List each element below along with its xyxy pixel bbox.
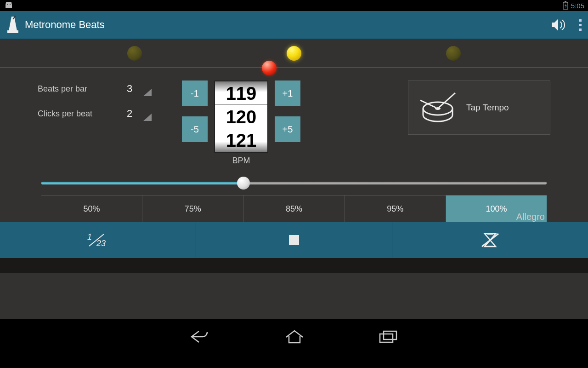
pendulum-handle-icon[interactable] bbox=[262, 61, 277, 75]
svg-rect-5 bbox=[565, 1, 566, 2]
bar-count-button[interactable]: 123 bbox=[0, 222, 196, 258]
bpm-prev: 119 bbox=[226, 82, 257, 104]
tempo-minus-1-button[interactable]: -1 bbox=[182, 80, 208, 106]
tempo-plus-5-button[interactable]: +5 bbox=[275, 116, 300, 142]
status-clock: 5:05 bbox=[571, 2, 584, 10]
settings-column: Beats per bar 3 Clicks per beat 2 bbox=[38, 80, 175, 130]
svg-rect-15 bbox=[487, 234, 493, 235]
beat-led bbox=[287, 46, 301, 61]
stop-icon bbox=[289, 235, 299, 245]
svg-rect-19 bbox=[384, 331, 396, 339]
speed-85-button[interactable]: 85% bbox=[243, 196, 345, 222]
android-nav-bar bbox=[0, 319, 588, 354]
speed-percentage-row: 50% 75% 85% 95% 100% bbox=[41, 195, 547, 222]
slider-thumb[interactable] bbox=[237, 177, 250, 190]
clicks-per-beat-spinner[interactable] bbox=[143, 114, 152, 121]
timer-off-icon bbox=[481, 232, 499, 248]
svg-point-1 bbox=[10, 4, 11, 5]
tempo-italian-name: Allegro bbox=[516, 212, 545, 222]
bpm-current: 120 bbox=[226, 106, 257, 128]
beats-per-bar-label: Beats per bar bbox=[38, 84, 116, 94]
metronome-app-icon bbox=[6, 16, 19, 34]
svg-point-0 bbox=[7, 4, 8, 5]
svg-rect-6 bbox=[7, 30, 18, 33]
tempo-controls: -1 -5 119 120 121 BPM +1 +5 bbox=[182, 80, 300, 166]
beats-per-bar-spinner[interactable] bbox=[143, 89, 152, 96]
timer-disabled-button[interactable] bbox=[392, 222, 588, 258]
tempo-minus-5-button[interactable]: -5 bbox=[182, 116, 208, 142]
slider-fill bbox=[41, 182, 243, 184]
speed-75-button[interactable]: 75% bbox=[142, 196, 243, 222]
beat-led bbox=[446, 46, 461, 61]
stop-button[interactable] bbox=[196, 222, 392, 258]
nav-back-icon[interactable] bbox=[190, 328, 211, 345]
speaker-icon[interactable] bbox=[551, 18, 566, 32]
android-status-bar: 5:05 bbox=[0, 0, 588, 11]
speed-50-button[interactable]: 50% bbox=[41, 196, 142, 222]
overflow-menu-icon[interactable] bbox=[579, 19, 582, 31]
bpm-wheel[interactable]: 119 120 121 bbox=[214, 80, 268, 153]
bpm-next: 121 bbox=[226, 129, 257, 151]
speed-95-button[interactable]: 95% bbox=[345, 196, 446, 222]
svg-line-10 bbox=[439, 93, 455, 108]
tap-tempo-button[interactable]: Tap Tempo bbox=[408, 80, 550, 135]
app-bar: Metronome Beats bbox=[0, 11, 588, 40]
bar-count-icon: 123 bbox=[85, 232, 110, 248]
content-footer-strip bbox=[0, 258, 588, 273]
nav-recent-icon[interactable] bbox=[378, 329, 398, 344]
beat-indicator-row[interactable] bbox=[0, 40, 588, 68]
svg-line-11 bbox=[420, 100, 436, 108]
main-content: Beats per bar 3 Clicks per beat 2 -1 -5 … bbox=[0, 40, 588, 319]
svg-text:1: 1 bbox=[87, 232, 92, 242]
drum-icon bbox=[419, 90, 458, 125]
playback-bar: 123 bbox=[0, 222, 588, 258]
svg-line-17 bbox=[482, 234, 498, 247]
beat-led bbox=[127, 46, 142, 61]
svg-text:23: 23 bbox=[96, 239, 106, 248]
tempo-plus-1-button[interactable]: +1 bbox=[275, 80, 300, 106]
svg-rect-16 bbox=[487, 246, 493, 247]
tap-tempo-label: Tap Tempo bbox=[466, 103, 509, 113]
svg-rect-18 bbox=[380, 334, 393, 342]
beats-per-bar-value: 3 bbox=[116, 83, 143, 95]
clicks-per-beat-label: Clicks per beat bbox=[38, 109, 116, 119]
nav-home-icon[interactable] bbox=[284, 329, 305, 345]
battery-charging-icon bbox=[563, 1, 568, 10]
android-head-icon bbox=[4, 2, 14, 9]
clicks-per-beat-value: 2 bbox=[116, 108, 143, 120]
app-title: Metronome Beats bbox=[25, 19, 551, 31]
tempo-slider[interactable] bbox=[41, 177, 547, 190]
bpm-unit-label: BPM bbox=[214, 156, 268, 166]
